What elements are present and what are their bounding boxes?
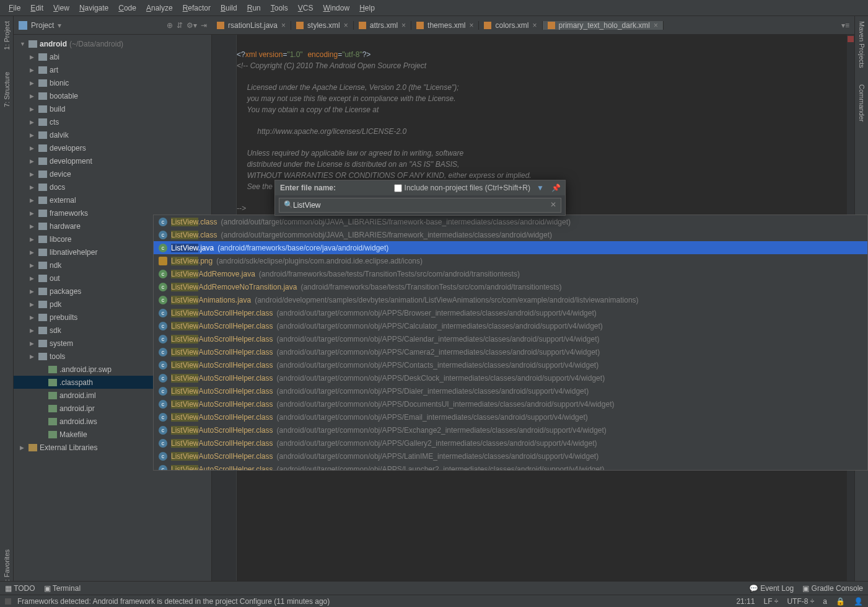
menu-refactor[interactable]: Refactor [178,1,216,15]
tree-node[interactable]: ▶external [14,193,211,206]
result-row[interactable]: cListViewAutoScrollHelper.class (android… [154,306,867,319]
result-row[interactable]: cListView.java (android/frameworks/base/… [154,241,867,254]
file-encoding[interactable]: UTF-8 ÷ [787,597,814,606]
tree-node[interactable]: ▼android (~/Data/android) [14,37,211,50]
tree-node[interactable]: ▶bionic [14,76,211,89]
tool-tab-commander[interactable]: Commander [857,79,867,127]
menu-help[interactable]: Help [354,1,380,15]
filetype-icon: c [159,244,167,252]
tree-node[interactable]: ▶developers [14,141,211,154]
include-nonproject-checkbox[interactable]: Include non-project files (Ctrl+Shift+R) [394,184,530,192]
result-row[interactable]: cListViewAutoScrollHelper.class (android… [154,332,867,345]
tree-node[interactable]: ▶bootable [14,89,211,102]
result-row[interactable]: cListViewAutoScrollHelper.class (android… [154,436,867,450]
folder-icon [38,92,47,100]
todo-tool-button[interactable]: ▦ TODO [5,584,35,593]
result-row[interactable]: cListViewAutoScrollHelper.class (android… [154,423,867,436]
close-icon[interactable]: × [401,21,406,30]
result-row[interactable]: cListView.class (android/out/target/comm… [154,228,867,241]
tree-node[interactable]: ▶build [14,102,211,115]
event-log-button[interactable]: 💬 Event Log [749,584,794,593]
close-icon[interactable]: × [469,21,473,30]
file-results-list[interactable]: cListView.class (android/out/target/comm… [153,215,868,471]
gradle-console-button[interactable]: ▣ Gradle Console [802,584,863,593]
result-row[interactable]: cListViewAnimations.java (android/develo… [154,293,867,306]
menu-vcs[interactable]: VCS [293,1,318,15]
tree-node[interactable]: ▶abi [14,50,211,63]
tree-node[interactable]: ▶device [14,167,211,180]
status-icon[interactable] [5,598,11,605]
menu-file[interactable]: File [4,1,25,15]
menu-code[interactable]: Code [113,1,141,15]
hector-icon[interactable]: 👤 [854,597,863,606]
result-filename: ListViewAutoScrollHelper.class [171,400,273,409]
result-filename: ListView.java [171,244,214,252]
filetype-icon: c [159,387,167,396]
editor-tab[interactable]: attrs.xml× [354,21,411,30]
pin-icon[interactable]: 📌 [551,184,560,192]
menu-tools[interactable]: Tools [266,1,293,15]
line-separator[interactable]: LF ÷ [763,597,778,606]
collapse-all-icon[interactable]: ⇵ [177,21,183,30]
menu-navigate[interactable]: Navigate [74,1,113,15]
hide-icon[interactable]: ⇥ [201,21,207,30]
result-row[interactable]: cListViewAutoScrollHelper.class (android… [154,384,867,397]
terminal-tool-button[interactable]: ▣ Terminal [44,584,81,593]
editor-tab[interactable]: themes.xml× [411,21,479,30]
menu-window[interactable]: Window [318,1,354,15]
dropdown-icon[interactable]: ▾ [58,21,61,30]
close-icon[interactable]: × [281,21,286,30]
scroll-from-source-icon[interactable]: ⊕ [167,21,173,30]
close-icon[interactable]: × [654,21,658,30]
result-row[interactable]: ListView.png (android/sdk/eclipse/plugin… [154,254,867,267]
tabs-dropdown-icon[interactable]: ▾≡ [836,21,854,30]
filetype-icon: c [159,374,167,383]
result-row[interactable]: cListViewAutoScrollHelper.class (android… [154,358,867,371]
result-row[interactable]: cListViewAutoScrollHelper.class (android… [154,371,867,384]
menu-edit[interactable]: Edit [25,1,48,15]
menu-run[interactable]: Run [242,1,266,15]
result-row[interactable]: cListViewAutoScrollHelper.class (android… [154,319,867,332]
tree-node[interactable]: ▶cts [14,115,211,128]
tree-node[interactable]: ▶dalvik [14,128,211,141]
result-row[interactable]: cListView.class (android/out/target/comm… [154,215,867,228]
cursor-position[interactable]: 21:11 [736,597,755,606]
menu-analyze[interactable]: Analyze [141,1,178,15]
editor-tab[interactable]: rsationList.java× [212,21,291,30]
menu-view[interactable]: View [48,1,74,15]
lock-icon[interactable]: 🔒 [836,597,845,606]
include-checkbox-input[interactable] [394,184,402,192]
tree-node[interactable]: ▶development [14,154,211,167]
gear-icon[interactable]: ⚙▾ [186,21,197,30]
result-path: (android/frameworks/base/tests/Transitio… [300,283,561,291]
result-row[interactable]: cListViewAutoScrollHelper.class (android… [154,397,867,410]
result-row[interactable]: cListViewAddRemove.java (android/framewo… [154,267,867,280]
tool-tab-maven[interactable]: Maven Projects [857,16,867,73]
result-row[interactable]: cListViewAutoScrollHelper.class (android… [154,463,867,471]
result-path: (android/development/samples/devbytes/an… [255,296,638,304]
close-icon[interactable]: × [533,21,537,30]
tree-node[interactable]: ▶docs [14,180,211,193]
tool-tab-project[interactable]: 1: Project [2,16,12,55]
editor-tab[interactable]: colors.xml× [479,21,542,30]
result-row[interactable]: cListViewAddRemoveNoTransition.java (and… [154,280,867,293]
folder-icon [38,131,47,139]
menu-build[interactable]: Build [216,1,242,15]
result-row[interactable]: cListViewAutoScrollHelper.class (android… [154,345,867,358]
folder-icon [38,236,47,243]
editor-tab[interactable]: primary_text_holo_dark.xml× [543,21,664,30]
clear-icon[interactable]: ✕ [550,200,556,209]
result-row[interactable]: cListViewAutoScrollHelper.class (android… [154,410,867,423]
editor-tab[interactable]: styles.xml× [291,21,354,30]
tree-node[interactable]: ▶art [14,63,211,76]
result-row[interactable]: cListViewAutoScrollHelper.class (android… [154,450,867,463]
folder-icon [38,53,47,61]
project-tool-header[interactable]: Project ▾ ⊕ ⇵ ⚙▾ ⇥ [14,21,212,30]
file-name-input[interactable] [279,198,561,213]
close-icon[interactable]: × [344,21,348,30]
filter-icon[interactable]: ▼ [537,184,545,192]
result-path: (android/out/target/common/obj/APPS/Emai… [277,413,588,422]
tool-tab-structure[interactable]: 7: Structure [2,67,12,112]
insert-indicator[interactable]: a [823,597,827,606]
file-icon [416,22,424,29]
